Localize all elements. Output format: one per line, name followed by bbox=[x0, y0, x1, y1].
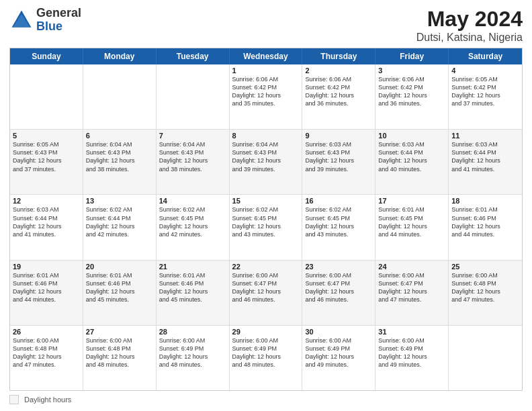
calendar-row: 26Sunrise: 6:00 AM Sunset: 6:48 PM Dayli… bbox=[10, 325, 522, 390]
calendar-body: 1Sunrise: 6:06 AM Sunset: 6:42 PM Daylig… bbox=[10, 64, 522, 390]
day-info: Sunrise: 6:03 AM Sunset: 6:44 PM Dayligh… bbox=[378, 140, 445, 173]
calendar-cell: 12Sunrise: 6:03 AM Sunset: 6:44 PM Dayli… bbox=[10, 195, 83, 259]
calendar-cell: 15Sunrise: 6:02 AM Sunset: 6:45 PM Dayli… bbox=[230, 195, 303, 259]
day-info: Sunrise: 6:01 AM Sunset: 6:46 PM Dayligh… bbox=[86, 271, 153, 304]
day-number: 18 bbox=[451, 197, 519, 205]
day-number: 29 bbox=[232, 328, 300, 336]
calendar-cell: 18Sunrise: 6:01 AM Sunset: 6:46 PM Dayli… bbox=[449, 195, 522, 259]
calendar-cell bbox=[10, 64, 83, 129]
calendar-cell: 8Sunrise: 6:04 AM Sunset: 6:43 PM Daylig… bbox=[230, 130, 303, 194]
calendar-cell: 29Sunrise: 6:00 AM Sunset: 6:49 PM Dayli… bbox=[230, 326, 303, 390]
day-info: Sunrise: 6:00 AM Sunset: 6:47 PM Dayligh… bbox=[305, 271, 372, 304]
day-info: Sunrise: 6:02 AM Sunset: 6:44 PM Dayligh… bbox=[86, 205, 153, 238]
calendar-cell: 26Sunrise: 6:00 AM Sunset: 6:48 PM Dayli… bbox=[10, 326, 83, 390]
calendar-cell: 5Sunrise: 6:05 AM Sunset: 6:43 PM Daylig… bbox=[10, 130, 83, 194]
calendar-cell: 20Sunrise: 6:01 AM Sunset: 6:46 PM Dayli… bbox=[83, 261, 157, 325]
day-number: 23 bbox=[305, 263, 372, 271]
day-number: 8 bbox=[232, 132, 300, 140]
calendar-cell: 3Sunrise: 6:06 AM Sunset: 6:42 PM Daylig… bbox=[375, 64, 449, 129]
day-info: Sunrise: 6:04 AM Sunset: 6:43 PM Dayligh… bbox=[232, 140, 300, 173]
logo-general: General bbox=[36, 7, 81, 20]
day-number: 15 bbox=[232, 197, 300, 205]
day-info: Sunrise: 6:00 AM Sunset: 6:49 PM Dayligh… bbox=[232, 336, 300, 369]
day-number: 16 bbox=[305, 197, 372, 205]
day-header-thursday: Thursday bbox=[302, 48, 375, 64]
day-number: 25 bbox=[451, 263, 519, 271]
logo: General Blue bbox=[9, 7, 81, 34]
calendar-cell: 25Sunrise: 6:00 AM Sunset: 6:48 PM Dayli… bbox=[449, 261, 522, 325]
day-number: 9 bbox=[305, 132, 372, 140]
calendar-cell: 13Sunrise: 6:02 AM Sunset: 6:44 PM Dayli… bbox=[83, 195, 157, 259]
day-info: Sunrise: 6:02 AM Sunset: 6:45 PM Dayligh… bbox=[159, 205, 226, 238]
day-number: 4 bbox=[451, 66, 519, 75]
day-number: 3 bbox=[378, 66, 445, 75]
calendar-cell: 2Sunrise: 6:06 AM Sunset: 6:42 PM Daylig… bbox=[302, 64, 375, 129]
day-number: 22 bbox=[232, 263, 300, 271]
day-header-saturday: Saturday bbox=[449, 48, 522, 64]
day-info: Sunrise: 6:06 AM Sunset: 6:42 PM Dayligh… bbox=[232, 75, 300, 108]
day-info: Sunrise: 6:01 AM Sunset: 6:46 PM Dayligh… bbox=[451, 205, 519, 238]
day-info: Sunrise: 6:04 AM Sunset: 6:43 PM Dayligh… bbox=[159, 140, 226, 173]
day-number: 20 bbox=[86, 263, 153, 271]
calendar-cell: 24Sunrise: 6:00 AM Sunset: 6:47 PM Dayli… bbox=[375, 261, 449, 325]
day-info: Sunrise: 6:00 AM Sunset: 6:49 PM Dayligh… bbox=[159, 336, 226, 369]
calendar-cell bbox=[83, 64, 157, 129]
calendar-cell: 16Sunrise: 6:02 AM Sunset: 6:45 PM Dayli… bbox=[302, 195, 375, 259]
day-info: Sunrise: 6:06 AM Sunset: 6:42 PM Dayligh… bbox=[305, 75, 372, 108]
calendar-cell: 6Sunrise: 6:04 AM Sunset: 6:43 PM Daylig… bbox=[83, 130, 157, 194]
svg-marker-1 bbox=[13, 14, 30, 28]
day-info: Sunrise: 6:00 AM Sunset: 6:47 PM Dayligh… bbox=[232, 271, 300, 304]
day-info: Sunrise: 6:00 AM Sunset: 6:48 PM Dayligh… bbox=[86, 336, 153, 369]
day-info: Sunrise: 6:03 AM Sunset: 6:44 PM Dayligh… bbox=[13, 205, 80, 238]
calendar-cell bbox=[157, 64, 230, 129]
day-number: 21 bbox=[159, 263, 226, 271]
calendar-cell bbox=[449, 326, 522, 390]
calendar-cell: 28Sunrise: 6:00 AM Sunset: 6:49 PM Dayli… bbox=[157, 326, 230, 390]
calendar-cell: 9Sunrise: 6:03 AM Sunset: 6:43 PM Daylig… bbox=[302, 130, 375, 194]
logo-text: General Blue bbox=[36, 7, 81, 34]
day-number: 19 bbox=[13, 263, 80, 271]
calendar-cell: 11Sunrise: 6:03 AM Sunset: 6:44 PM Dayli… bbox=[449, 130, 522, 194]
main-title: May 2024 bbox=[416, 7, 523, 32]
calendar-row: 5Sunrise: 6:05 AM Sunset: 6:43 PM Daylig… bbox=[10, 129, 522, 194]
day-number: 1 bbox=[232, 66, 300, 75]
day-info: Sunrise: 6:02 AM Sunset: 6:45 PM Dayligh… bbox=[305, 205, 372, 238]
calendar-header: SundayMondayTuesdayWednesdayThursdayFrid… bbox=[10, 48, 522, 64]
title-block: May 2024 Dutsi, Katsina, Nigeria bbox=[416, 7, 523, 44]
day-info: Sunrise: 6:00 AM Sunset: 6:47 PM Dayligh… bbox=[378, 271, 445, 304]
calendar-cell: 27Sunrise: 6:00 AM Sunset: 6:48 PM Dayli… bbox=[83, 326, 157, 390]
day-number: 30 bbox=[305, 328, 372, 336]
day-info: Sunrise: 6:06 AM Sunset: 6:42 PM Dayligh… bbox=[378, 75, 445, 108]
subtitle: Dutsi, Katsina, Nigeria bbox=[416, 32, 523, 44]
calendar: SundayMondayTuesdayWednesdayThursdayFrid… bbox=[9, 48, 523, 391]
calendar-cell: 7Sunrise: 6:04 AM Sunset: 6:43 PM Daylig… bbox=[157, 130, 230, 194]
calendar-cell: 4Sunrise: 6:05 AM Sunset: 6:42 PM Daylig… bbox=[449, 64, 522, 129]
day-number: 28 bbox=[159, 328, 226, 336]
calendar-cell: 23Sunrise: 6:00 AM Sunset: 6:47 PM Dayli… bbox=[302, 261, 375, 325]
logo-icon bbox=[9, 8, 34, 32]
day-number: 11 bbox=[451, 132, 519, 140]
day-info: Sunrise: 6:01 AM Sunset: 6:46 PM Dayligh… bbox=[13, 271, 80, 304]
day-number: 12 bbox=[13, 197, 80, 205]
day-info: Sunrise: 6:00 AM Sunset: 6:48 PM Dayligh… bbox=[451, 271, 519, 304]
day-number: 7 bbox=[159, 132, 226, 140]
day-info: Sunrise: 6:00 AM Sunset: 6:48 PM Dayligh… bbox=[13, 336, 80, 369]
day-number: 17 bbox=[378, 197, 445, 205]
calendar-cell: 30Sunrise: 6:00 AM Sunset: 6:49 PM Dayli… bbox=[302, 326, 375, 390]
calendar-row: 12Sunrise: 6:03 AM Sunset: 6:44 PM Dayli… bbox=[10, 194, 522, 259]
calendar-cell: 31Sunrise: 6:00 AM Sunset: 6:49 PM Dayli… bbox=[375, 326, 449, 390]
calendar-row: 19Sunrise: 6:01 AM Sunset: 6:46 PM Dayli… bbox=[10, 260, 522, 325]
header: General Blue May 2024 Dutsi, Katsina, Ni… bbox=[9, 7, 523, 44]
calendar-cell: 19Sunrise: 6:01 AM Sunset: 6:46 PM Dayli… bbox=[10, 261, 83, 325]
day-info: Sunrise: 6:04 AM Sunset: 6:43 PM Dayligh… bbox=[86, 140, 153, 173]
day-info: Sunrise: 6:01 AM Sunset: 6:45 PM Dayligh… bbox=[378, 205, 445, 238]
day-info: Sunrise: 6:01 AM Sunset: 6:46 PM Dayligh… bbox=[159, 271, 226, 304]
day-number: 2 bbox=[305, 66, 372, 75]
day-info: Sunrise: 6:00 AM Sunset: 6:49 PM Dayligh… bbox=[378, 336, 445, 369]
day-header-friday: Friday bbox=[375, 48, 449, 64]
day-info: Sunrise: 6:00 AM Sunset: 6:49 PM Dayligh… bbox=[305, 336, 372, 369]
day-info: Sunrise: 6:03 AM Sunset: 6:44 PM Dayligh… bbox=[451, 140, 519, 173]
day-number: 10 bbox=[378, 132, 445, 140]
day-header-tuesday: Tuesday bbox=[157, 48, 230, 64]
calendar-cell: 22Sunrise: 6:00 AM Sunset: 6:47 PM Dayli… bbox=[230, 261, 303, 325]
